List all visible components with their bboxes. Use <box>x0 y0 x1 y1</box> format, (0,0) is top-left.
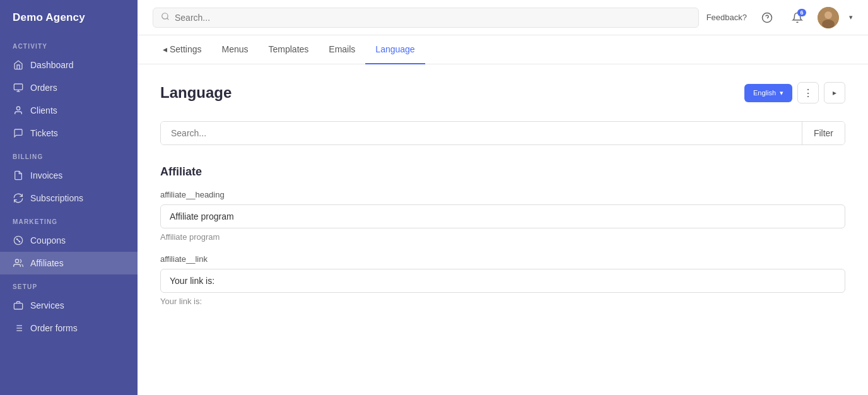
sidebar-item-dashboard[interactable]: Dashboard <box>0 54 138 76</box>
subnav-item-menus[interactable]: Menus <box>211 35 258 64</box>
sidebar-section-marketing: MARKETING <box>0 209 138 229</box>
subnav-label: Menus <box>221 44 248 54</box>
sidebar-item-label: Order forms <box>30 323 78 333</box>
topbar: Feedback? 6 ▾ <box>138 0 868 35</box>
chevron-down-icon: ▾ <box>780 89 783 97</box>
sidebar-item-label: Affiliates <box>30 258 64 268</box>
sidebar-item-label: Invoices <box>30 170 62 180</box>
avatar[interactable] <box>818 7 839 28</box>
content-search-bar: Filter <box>160 121 845 145</box>
sidebar-item-affiliates[interactable]: Affiliates <box>0 252 138 274</box>
affiliate-link-input[interactable] <box>160 269 845 293</box>
home-icon <box>13 59 24 71</box>
sidebar-item-services[interactable]: Services <box>0 294 138 317</box>
content-search-input[interactable] <box>161 122 802 144</box>
sidebar-item-label: Clients <box>30 105 57 115</box>
content-header: Language English ▾ ⋮ ▸ <box>160 82 845 103</box>
sidebar-item-label: Coupons <box>30 235 66 245</box>
subnav-label: Templates <box>269 44 309 54</box>
sidebar-item-coupons[interactable]: Coupons <box>0 229 138 252</box>
topbar-search-input[interactable] <box>175 13 691 23</box>
tickets-icon <box>13 127 24 139</box>
sidebar-item-subscriptions[interactable]: Subscriptions <box>0 187 138 209</box>
svg-point-21 <box>824 11 832 19</box>
svg-line-17 <box>167 18 169 20</box>
notification-button[interactable]: 6 <box>787 8 807 28</box>
sidebar-section-billing: BILLING <box>0 144 138 164</box>
extra-action-button[interactable]: ▸ <box>824 82 845 103</box>
sidebar-item-tickets[interactable]: Tickets <box>0 122 138 144</box>
svg-point-22 <box>822 20 835 28</box>
svg-rect-0 <box>14 84 22 90</box>
sidebar-item-orders[interactable]: Orders <box>0 76 138 99</box>
invoices-icon <box>13 170 24 181</box>
svg-rect-9 <box>14 304 22 309</box>
topbar-search-wrap[interactable] <box>153 8 699 28</box>
page-title: Language <box>160 84 232 102</box>
services-icon <box>13 300 24 311</box>
topbar-right: Feedback? 6 ▾ <box>707 7 853 28</box>
field-label-heading: affiliate__heading <box>160 190 845 199</box>
sidebar-item-order-forms[interactable]: Order forms <box>0 317 138 339</box>
extra-icon: ▸ <box>833 88 836 97</box>
coupons-icon <box>13 235 24 246</box>
sidebar-item-label: Tickets <box>30 128 58 138</box>
content-area: Language English ▾ ⋮ ▸ Filter Affiliate <box>138 64 868 395</box>
subnav-item-settings[interactable]: ◂ Settings <box>153 35 211 64</box>
main-content: Feedback? 6 ▾ ◂ Settings Menus Templates… <box>138 0 868 395</box>
sidebar: Demo Agency ACTIVITY Dashboard Orders Cl… <box>0 0 138 395</box>
help-button[interactable] <box>757 8 777 28</box>
order-forms-icon <box>13 322 24 334</box>
more-options-button[interactable]: ⋮ <box>797 82 819 103</box>
subnav-label: Language <box>375 44 414 54</box>
sidebar-logo: Demo Agency <box>0 0 138 34</box>
field-hint-link: Your link is: <box>160 297 845 306</box>
clients-icon <box>13 105 24 116</box>
svg-point-3 <box>16 107 20 110</box>
sidebar-item-invoices[interactable]: Invoices <box>0 164 138 187</box>
sidebar-item-label: Dashboard <box>30 60 74 70</box>
field-label-link: affiliate__link <box>160 254 845 264</box>
notification-badge: 6 <box>797 9 806 16</box>
subnav-item-templates[interactable]: Templates <box>259 35 319 64</box>
filter-button[interactable]: Filter <box>802 122 845 144</box>
subnav-label: Emails <box>329 44 355 54</box>
language-label: English <box>753 89 776 97</box>
orders-icon <box>13 82 24 93</box>
subscriptions-icon <box>13 192 24 204</box>
feedback-button[interactable]: Feedback? <box>707 13 747 22</box>
ellipsis-icon: ⋮ <box>803 87 813 99</box>
subnav-label: ◂ Settings <box>163 44 201 54</box>
field-hint-heading: Affiliate program <box>160 232 845 242</box>
svg-point-16 <box>162 13 168 18</box>
svg-point-8 <box>15 259 18 262</box>
sidebar-item-label: Services <box>30 300 64 310</box>
sidebar-item-label: Orders <box>30 83 57 93</box>
avatar-chevron-icon[interactable]: ▾ <box>849 13 853 21</box>
sidebar-section-activity: ACTIVITY <box>0 34 138 54</box>
affiliates-icon <box>13 257 24 269</box>
search-icon <box>161 12 170 23</box>
subnav-item-emails[interactable]: Emails <box>319 35 365 64</box>
header-actions: English ▾ ⋮ ▸ <box>744 82 845 103</box>
svg-point-6 <box>16 239 17 239</box>
affiliate-heading-input[interactable] <box>160 204 845 228</box>
subnav: ◂ Settings Menus Templates Emails Langua… <box>138 35 868 64</box>
subnav-item-language[interactable]: Language <box>365 35 425 64</box>
svg-point-7 <box>19 241 20 242</box>
affiliate-section: Affiliate affiliate__heading Affiliate p… <box>160 165 845 306</box>
sidebar-section-setup: SETUP <box>0 274 138 294</box>
sidebar-item-clients[interactable]: Clients <box>0 99 138 122</box>
section-title: Affiliate <box>160 165 845 179</box>
language-dropdown-button[interactable]: English ▾ <box>744 84 792 102</box>
sidebar-item-label: Subscriptions <box>30 193 83 203</box>
